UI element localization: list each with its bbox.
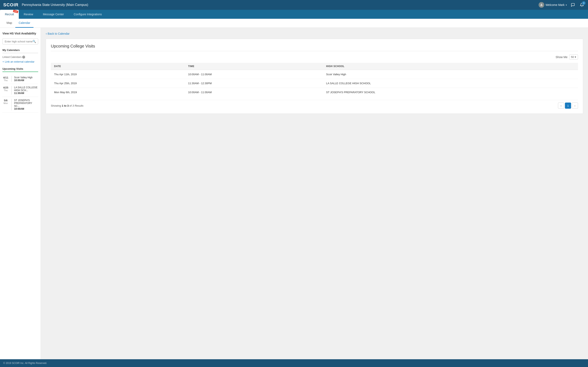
linked-calendars-label: Linked Calendars ? [2, 56, 38, 58]
col-header-time: TIME [185, 63, 323, 70]
prev-page-button[interactable]: ‹ [558, 103, 564, 109]
visit-row-3-school: ST JOSEPH'S PREPARATORY SCHOOL [323, 88, 578, 97]
header: SCOIR Pennsylvania State University (Mai… [0, 0, 588, 10]
visit-date-1: 4/11 Thu [2, 76, 9, 82]
sub-nav: Map Calendar [0, 19, 588, 28]
nav-label-configure-integrations: Configure Integrations [74, 13, 102, 16]
logo: SCOIR [3, 2, 18, 8]
pagination-row: Showing 1 to 3 of 3 Results ‹ 1 › [51, 100, 578, 109]
nav-label-message-center: Message Center [43, 13, 64, 16]
visit-school-3: ST JOSEPH'S PREPARATORY SC... [14, 99, 38, 108]
show-me-label: Show Me [555, 55, 567, 59]
current-page-button[interactable]: 1 [565, 103, 571, 109]
nav-label-review: Review [24, 13, 33, 16]
showing-text: Showing 1 to 3 of 3 Results [51, 104, 84, 107]
university-title: Pennsylvania State University (Main Camp… [22, 3, 88, 7]
show-me-value: 50 [571, 55, 574, 58]
nav-label-recruit: Recruit [5, 13, 14, 16]
col-header-date: DATE [51, 63, 185, 70]
my-calendars-label: My Calendars [2, 49, 38, 53]
visit-time-1: 10:00AM [14, 79, 38, 82]
table-row: Thu Apr 11th, 2019 10:00AM - 11:00AM Sco… [51, 70, 578, 79]
back-chevron-icon: ‹ [46, 32, 47, 35]
divider [11, 86, 12, 95]
visits-panel: Upcoming College Visits Show Me 50 ▾ DAT… [46, 39, 583, 114]
showing-label: Showing [51, 104, 61, 107]
footer: © 2019 SCOIR Inc. All Rights Reserved. [0, 359, 588, 367]
pagination: ‹ 1 › [558, 103, 578, 109]
main-content: ‹ Back to Calendar Upcoming College Visi… [41, 28, 588, 359]
visit-time-3: 10:00AM [14, 108, 38, 110]
divider [11, 76, 12, 82]
visit-time-2: 11:30AM [14, 92, 38, 95]
header-left: SCOIR Pennsylvania State University (Mai… [3, 2, 88, 8]
link-calendar-label: Link an external calendar [5, 60, 35, 63]
visit-row-1-date: Thu Apr 11th, 2019 [51, 70, 185, 79]
list-item: 4/11 Thu Scoir Valley High 10:00AM [2, 74, 38, 84]
visit-info-1: Scoir Valley High 10:00AM [14, 76, 38, 82]
notifications-icon[interactable]: 0 [579, 2, 585, 8]
table-row: Mon May 6th, 2019 10:00AM - 11:00AM ST J… [51, 88, 578, 97]
header-right: Welcome Mark ▾ 0 [539, 2, 585, 8]
footer-text: © 2019 SCOIR Inc. All Rights Reserved. [3, 362, 47, 365]
messages-icon[interactable] [570, 2, 576, 8]
visit-row-2-date: Thu Apr 25th, 2019 [51, 79, 185, 88]
table-header-row: DATE TIME HIGH SCHOOL [51, 63, 578, 70]
welcome-user[interactable]: Welcome Mark ▾ [539, 2, 567, 8]
table-head: DATE TIME HIGH SCHOOL [51, 63, 578, 70]
show-me-chevron-icon: ▾ [575, 55, 576, 58]
nav-item-review[interactable]: Review [19, 10, 38, 19]
table-row: Thu Apr 25th, 2019 11:30AM - 12:30PM LA … [51, 79, 578, 88]
chevron-down-icon: ▾ [566, 4, 567, 6]
visit-school-2: LA SALLE COLLEGE HIGH SCH... [14, 86, 38, 92]
avatar [539, 2, 544, 8]
sub-nav-calendar[interactable]: Calendar [15, 19, 34, 28]
back-label: Back to Calendar [48, 32, 69, 35]
search-input[interactable] [5, 40, 33, 43]
list-item: 4/25 Thu LA SALLE COLLEGE HIGH SCH... 11… [2, 84, 38, 97]
showing-results: 3 Results [72, 104, 84, 107]
list-item: 5/6 Mon ST JOSEPH'S PREPARATORY SC... 10… [2, 97, 38, 113]
nav-item-message-center[interactable]: Message Center [38, 10, 69, 19]
nav-item-recruit[interactable]: Recruit Live [0, 10, 19, 19]
showing-range: 1 to 3 [62, 104, 69, 107]
visit-row-1-school: Scoir Valley High [323, 70, 578, 79]
link-calendar-button[interactable]: + Link an external calendar [2, 60, 38, 63]
visit-date-2: 4/25 Thu [2, 86, 9, 92]
welcome-label: Welcome Mark [545, 3, 564, 7]
col-header-school: HIGH SCHOOL [323, 63, 578, 70]
panel-title: Upcoming College Visits [51, 44, 578, 51]
visit-row-1-time: 10:00AM - 11:00AM [185, 70, 323, 79]
visit-info-3: ST JOSEPH'S PREPARATORY SC... 10:00AM [14, 99, 38, 110]
main-layout: View HS Visit Availability 🔍 My Calendar… [0, 28, 588, 359]
sidebar: View HS Visit Availability 🔍 My Calendar… [0, 28, 41, 359]
visit-row-3-time: 10:00AM - 11:00AM [185, 88, 323, 97]
visit-info-2: LA SALLE COLLEGE HIGH SCH... 11:30AM [14, 86, 38, 95]
nav-item-configure-integrations[interactable]: Configure Integrations [69, 10, 107, 19]
back-to-calendar-link[interactable]: ‹ Back to Calendar [46, 32, 583, 35]
visits-table: DATE TIME HIGH SCHOOL Thu Apr 11th, 2019… [51, 63, 578, 97]
help-icon[interactable]: ? [22, 56, 25, 58]
visit-date-3: 5/6 Mon [2, 99, 9, 104]
upcoming-visits-section: Upcoming Visits 4/11 Thu Scoir Valley Hi… [2, 67, 38, 113]
nav-bar: Recruit Live Review Message Center Confi… [0, 10, 588, 19]
show-me-row: Show Me 50 ▾ [51, 54, 578, 59]
upcoming-visits-label: Upcoming Visits [2, 67, 38, 72]
visit-row-3-date: Mon May 6th, 2019 [51, 88, 185, 97]
sidebar-title: View HS Visit Availability [2, 32, 38, 35]
sub-nav-map[interactable]: Map [3, 19, 15, 28]
divider [11, 99, 12, 110]
table-body: Thu Apr 11th, 2019 10:00AM - 11:00AM Sco… [51, 70, 578, 97]
plus-icon: + [2, 60, 4, 63]
search-icon: 🔍 [33, 40, 36, 43]
visit-school-1: Scoir Valley High [14, 76, 38, 79]
visit-row-2-time: 11:30AM - 12:30PM [185, 79, 323, 88]
notification-badge: 0 [582, 1, 586, 5]
next-page-button[interactable]: › [572, 103, 578, 109]
showing-of: of [69, 104, 72, 107]
visit-row-2-school: LA SALLE COLLEGE HIGH SCHOOL [323, 79, 578, 88]
search-box: 🔍 [2, 38, 38, 44]
show-me-select[interactable]: 50 ▾ [569, 54, 578, 59]
sub-nav-label-map: Map [7, 21, 12, 25]
sub-nav-label-calendar: Calendar [18, 21, 30, 25]
